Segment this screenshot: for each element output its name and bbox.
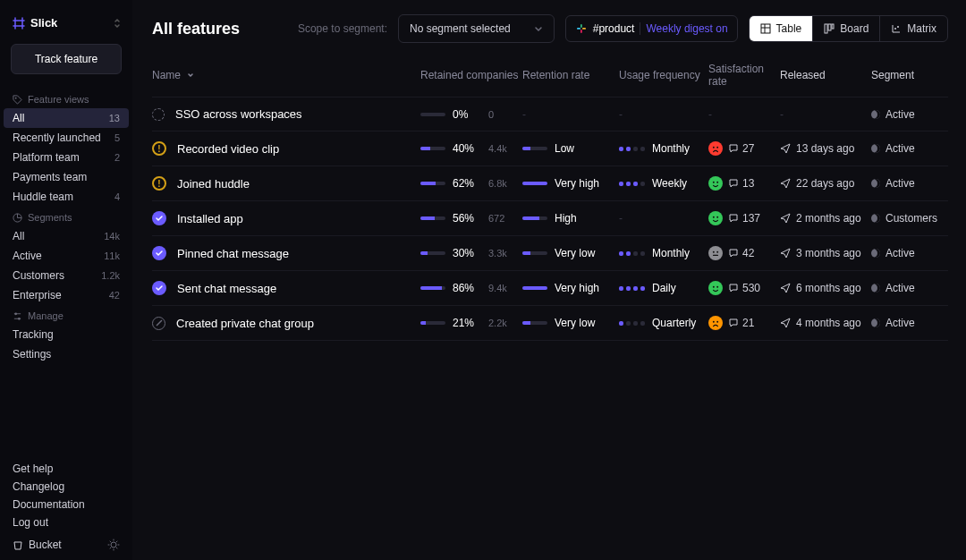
segment-item[interactable]: All14k <box>0 226 132 246</box>
segment-label: Active <box>886 177 915 190</box>
feature-name: Joined huddle <box>177 177 250 191</box>
workspace-switcher[interactable]: Slick <box>0 9 132 44</box>
view-matrix[interactable]: Matrix <box>880 16 947 41</box>
moon-icon <box>871 318 880 327</box>
nav-count: 5 <box>114 132 120 143</box>
segment-select[interactable]: No segment selected <box>398 14 555 43</box>
bucket-label: Bucket <box>29 539 62 551</box>
retained-bar <box>420 182 445 185</box>
retained-bar <box>420 251 445 255</box>
theme-toggle-icon[interactable] <box>107 539 120 551</box>
svg-point-13 <box>894 28 896 30</box>
blocked-icon <box>152 317 165 330</box>
svg-point-23 <box>713 286 715 288</box>
nav-label: All <box>13 112 24 124</box>
rate-bar <box>522 286 547 290</box>
nav-label: Huddle team <box>13 191 73 203</box>
featureview-item[interactable]: Huddle team4 <box>0 187 132 207</box>
svg-point-3 <box>18 317 21 319</box>
retained-count: 4.4k <box>488 143 507 154</box>
view-label: Matrix <box>907 22 936 35</box>
retained-bar <box>420 113 445 116</box>
sat-count: 13 <box>728 177 754 190</box>
product-tag: #product <box>593 22 635 35</box>
featureview-item[interactable]: Platform team2 <box>0 148 132 167</box>
app-name: Slick <box>30 16 57 30</box>
nav-label: Log out <box>13 516 48 529</box>
help-item[interactable]: Documentation <box>0 496 132 513</box>
send-icon <box>780 283 791 293</box>
nav-label: Changelog <box>13 480 64 493</box>
nav-label: All <box>13 230 24 242</box>
comment-icon <box>728 248 739 259</box>
table-row[interactable]: !Recorded video clip40%4.4kLowMonthly271… <box>152 132 948 166</box>
featureview-item[interactable]: Payments team <box>0 167 132 187</box>
table-row[interactable]: Installed app56%672High-1372 months agoC… <box>152 201 948 236</box>
sat-count: 42 <box>728 247 754 259</box>
sort-icon[interactable] <box>186 71 195 80</box>
col-released[interactable]: Released <box>780 69 826 81</box>
rate-label: Very low <box>555 247 595 259</box>
svg-point-21 <box>713 251 715 253</box>
segment-label: Active <box>886 142 915 155</box>
help-item[interactable]: Changelog <box>0 478 132 496</box>
send-icon <box>780 213 791 224</box>
usage-label: Monthly <box>652 142 690 155</box>
col-usage[interactable]: Usage frequency <box>619 69 700 81</box>
svg-rect-11 <box>828 24 831 30</box>
rate-label: Low <box>555 142 574 155</box>
track-feature-button[interactable]: Track feature <box>11 44 122 74</box>
rate-bar <box>522 321 547 325</box>
col-retained[interactable]: Retained companies <box>420 69 518 81</box>
featureviews-label: Feature views <box>28 94 89 105</box>
nav-count: 11k <box>104 250 120 261</box>
usage-dots <box>619 286 645 291</box>
digest-pill[interactable]: #product Weekly digest on <box>565 15 738 42</box>
segment-item[interactable]: Customers1.2k <box>0 266 132 285</box>
view-label: Table <box>776 22 802 35</box>
retained-bar <box>420 286 445 290</box>
featureview-item[interactable]: Recently launched5 <box>0 128 132 148</box>
manage-item[interactable]: Settings <box>0 344 132 364</box>
usage-dots <box>619 147 645 151</box>
bucket-link[interactable]: Bucket <box>13 539 62 551</box>
table-row[interactable]: SSO across workspaces0%0----Active <box>152 98 948 132</box>
segment-item[interactable]: Active11k <box>0 246 132 266</box>
svg-rect-7 <box>580 24 582 28</box>
rate-bar <box>522 182 547 185</box>
table-row[interactable]: !Joined huddle62%6.8kVery highWeekly1322… <box>152 166 948 201</box>
col-satisfaction[interactable]: Satisfaction rate <box>708 63 780 88</box>
rate-label: High <box>555 212 577 225</box>
released-label: 4 months ago <box>796 317 861 329</box>
rate-label: Very low <box>555 317 595 329</box>
segments-label: Segments <box>28 212 72 223</box>
face-gray-icon <box>708 246 723 260</box>
feature-name: Sent chat message <box>177 282 276 295</box>
col-segment[interactable]: Segment <box>871 69 914 81</box>
help-item[interactable]: Log out <box>0 513 132 531</box>
table-row[interactable]: Sent chat message86%9.4kVery highDaily53… <box>152 271 948 306</box>
retained-pct: 21% <box>453 317 481 329</box>
manage-item[interactable]: Tracking <box>0 325 132 344</box>
view-board[interactable]: Board <box>813 16 880 41</box>
col-name[interactable]: Name <box>152 69 181 81</box>
feature-name: Recorded video clip <box>177 142 279 156</box>
face-green-icon <box>708 211 723 225</box>
col-retention[interactable]: Retention rate <box>522 69 589 81</box>
table-row[interactable]: Pinned chat message30%3.3kVery lowMonthl… <box>152 236 948 271</box>
moon-icon <box>871 144 880 153</box>
segment-item[interactable]: Enterprise42 <box>0 285 132 305</box>
view-table[interactable]: Table <box>750 16 814 41</box>
sat-count: 21 <box>728 317 754 329</box>
svg-point-26 <box>716 321 718 323</box>
topbar: All features Scope to segment: No segmen… <box>152 14 948 43</box>
table-row[interactable]: Created private chat group21%2.2kVery lo… <box>152 306 948 341</box>
retained-count: 6.8k <box>488 178 507 189</box>
check-icon <box>152 246 166 260</box>
svg-point-4 <box>111 542 116 547</box>
chevron-down-icon <box>534 24 543 33</box>
featureview-item[interactable]: All13 <box>4 108 129 128</box>
tag-icon <box>13 95 22 105</box>
chevron-updown-icon <box>113 17 122 30</box>
help-item[interactable]: Get help <box>0 460 132 478</box>
